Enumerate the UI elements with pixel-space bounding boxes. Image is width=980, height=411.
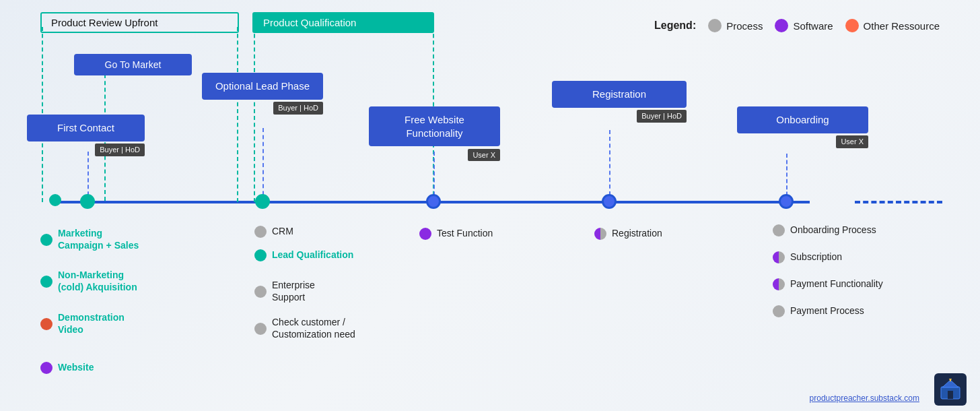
label-payment-process: Payment Process [790, 305, 864, 317]
logo-icon [940, 379, 961, 400]
stage-first-contact: First Contact Buyer | HoD [27, 115, 145, 141]
legend: Legend: Process Software Other Ressource [654, 19, 940, 32]
dot-crm [254, 226, 267, 238]
legend-item-software: Software [775, 19, 833, 32]
item-payment-process: Payment Process [773, 305, 864, 317]
stage-registration: Registration Buyer | HoD [552, 81, 687, 108]
label-test-function: Test Function [437, 228, 493, 240]
other-dot-icon [845, 19, 859, 32]
label-payment-functionality: Payment Functionality [790, 278, 883, 290]
tdot-first-contact [80, 194, 95, 209]
optional-lead-label: Optional Lead Phase [215, 80, 310, 92]
dot-enterprise [254, 286, 267, 298]
free-website-label: Free Website Functionality [405, 114, 464, 139]
legend-label-other: Other Ressource [864, 20, 940, 32]
item-marketing-campaign: MarketingCampaign + Sales [40, 228, 139, 251]
label-onboarding-process: Onboarding Process [790, 224, 876, 236]
dot-test-function [419, 228, 431, 240]
dot-registration-below [594, 228, 606, 240]
label-check-customer: Check customer /Customization need [272, 317, 355, 340]
footer-link-text: productpreacher.substack.com [810, 393, 919, 403]
label-crm: CRM [272, 226, 293, 238]
stage-go-to-market-label: Go To Market [105, 59, 162, 70]
tdot-start [49, 194, 61, 206]
tdot-optional-lead [255, 194, 270, 209]
item-payment-functionality: Payment Functionality [773, 278, 883, 290]
software-dot-icon [775, 19, 788, 32]
dot-payment-functionality [773, 278, 785, 290]
legend-item-process: Process [708, 19, 763, 32]
legend-label-process: Process [726, 20, 763, 32]
item-lead-qual: Lead Qualification [254, 249, 353, 261]
phase-banner-2: Product Qualification [252, 12, 434, 33]
item-onboarding-process: Onboarding Process [773, 224, 876, 236]
tdot-onboarding [779, 194, 794, 209]
stage-onboarding: Onboarding User X [737, 106, 868, 133]
tdot-registration [602, 194, 617, 209]
dot-non-marketing [40, 276, 53, 288]
svg-point-4 [949, 379, 952, 380]
label-registration-below: Registration [612, 228, 662, 240]
footer-logo [934, 373, 967, 406]
dot-marketing-campaign [40, 234, 53, 246]
item-enterprise: EnterpriseSupport [254, 280, 315, 303]
phase-banner-1-label: Product Review Upfront [51, 17, 158, 28]
dot-demo-video [40, 318, 53, 330]
phase-banner-2-label: Product Qualification [263, 17, 356, 28]
dot-check-customer [254, 323, 267, 335]
label-non-marketing: Non-Marketing(cold) Akquisition [58, 270, 137, 293]
registration-buyer-tag: Buyer | HoD [637, 110, 687, 122]
label-lead-qual: Lead Qualification [272, 249, 353, 261]
svg-rect-2 [948, 391, 953, 399]
stage-optional-lead: Optional Lead Phase Buyer | HoD [202, 73, 323, 100]
item-crm: CRM [254, 226, 293, 238]
label-marketing-campaign: MarketingCampaign + Sales [58, 228, 139, 251]
registration-label: Registration [592, 88, 646, 100]
dot-website [40, 362, 53, 374]
item-test-function: Test Function [419, 228, 493, 240]
label-enterprise: EnterpriseSupport [272, 280, 315, 303]
item-demo-video: DemonstrationVideo [40, 312, 125, 336]
legend-title: Legend: [654, 20, 696, 32]
vline-registration [609, 130, 610, 202]
vline-phase2-left [254, 27, 255, 202]
vline-phase1-right [237, 27, 238, 202]
dot-onboarding-process [773, 224, 785, 236]
vline-optional-lead [262, 128, 264, 202]
free-website-buyer-tag: User X [468, 149, 500, 161]
legend-label-software: Software [793, 20, 833, 32]
phase-banner-1: Product Review Upfront [40, 12, 239, 33]
label-demo-video: DemonstrationVideo [58, 312, 125, 336]
label-website: Website [58, 362, 94, 374]
item-subscription: Subscription [773, 251, 842, 263]
timeline-line-dashed [855, 201, 942, 203]
tdot-free-website [426, 194, 441, 209]
first-contact-label: First Contact [57, 122, 114, 133]
first-contact-buyer-tag: Buyer | HoD [95, 144, 145, 156]
optional-lead-buyer-tag: Buyer | HoD [273, 102, 323, 114]
onboarding-label: Onboarding [776, 114, 829, 125]
item-check-customer: Check customer /Customization need [254, 317, 355, 340]
item-website: Website [40, 362, 94, 374]
dot-payment-process [773, 305, 785, 317]
onboarding-buyer-tag: User X [836, 135, 868, 148]
process-dot-icon [708, 19, 722, 32]
legend-item-other: Other Ressource [845, 19, 940, 32]
item-non-marketing: Non-Marketing(cold) Akquisition [40, 270, 137, 293]
item-registration-below: Registration [594, 228, 662, 240]
footer-link[interactable]: productpreacher.substack.com [810, 393, 919, 403]
dot-subscription [773, 251, 785, 263]
dot-lead-qual [254, 249, 267, 261]
label-subscription: Subscription [790, 251, 842, 263]
diagram-container: Legend: Process Software Other Ressource… [0, 0, 980, 411]
stage-free-website: Free Website Functionality User X [369, 106, 500, 146]
stage-go-to-market: Go To Market [74, 54, 192, 75]
